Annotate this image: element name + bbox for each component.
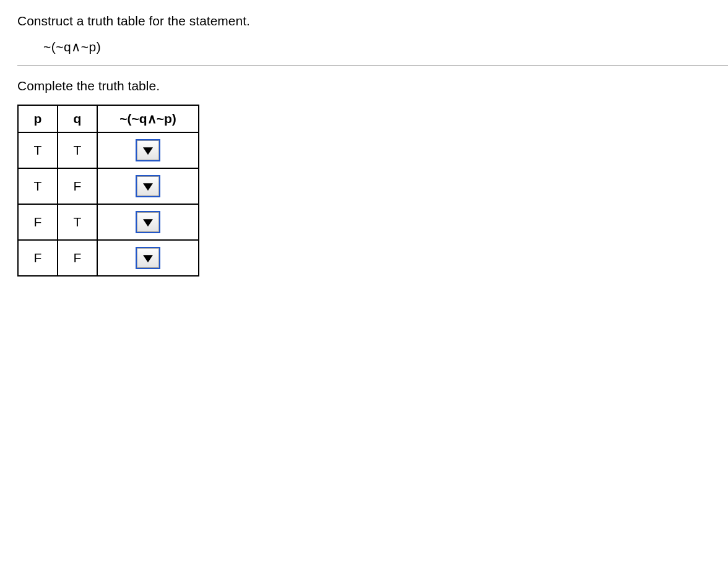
cell-answer	[97, 168, 199, 204]
table-header-row: p q ~(~q∧~p)	[18, 105, 199, 132]
answer-dropdown[interactable]	[137, 176, 159, 196]
table-row: T T	[18, 132, 199, 168]
chevron-down-icon	[143, 147, 153, 155]
cell-q: T	[58, 204, 97, 240]
answer-dropdown[interactable]	[137, 140, 159, 160]
cell-answer	[97, 204, 199, 240]
cell-answer	[97, 240, 199, 276]
table-row: T F	[18, 168, 199, 204]
cell-q: F	[58, 240, 97, 276]
table-row: F T	[18, 204, 199, 240]
cell-p: F	[18, 240, 58, 276]
cell-answer	[97, 132, 199, 168]
chevron-down-icon	[143, 219, 153, 226]
chevron-down-icon	[143, 183, 153, 191]
cell-q: F	[58, 168, 97, 204]
header-expr: ~(~q∧~p)	[97, 105, 199, 132]
prompt-text: Construct a truth table for the statemen…	[17, 14, 728, 28]
cell-p: T	[18, 132, 58, 168]
divider-line	[17, 66, 728, 66]
header-p: p	[18, 105, 58, 132]
header-q: q	[58, 105, 97, 132]
cell-p: F	[18, 204, 58, 240]
chevron-down-icon	[143, 255, 153, 262]
complete-instruction: Complete the truth table.	[17, 79, 728, 93]
answer-dropdown[interactable]	[137, 212, 159, 232]
table-row: F F	[18, 240, 199, 276]
cell-p: T	[18, 168, 58, 204]
answer-dropdown[interactable]	[137, 248, 159, 268]
truth-table: p q ~(~q∧~p) T T T F F T	[17, 105, 199, 277]
cell-q: T	[58, 132, 97, 168]
statement-expression: ~(~q∧~p)	[43, 40, 728, 54]
